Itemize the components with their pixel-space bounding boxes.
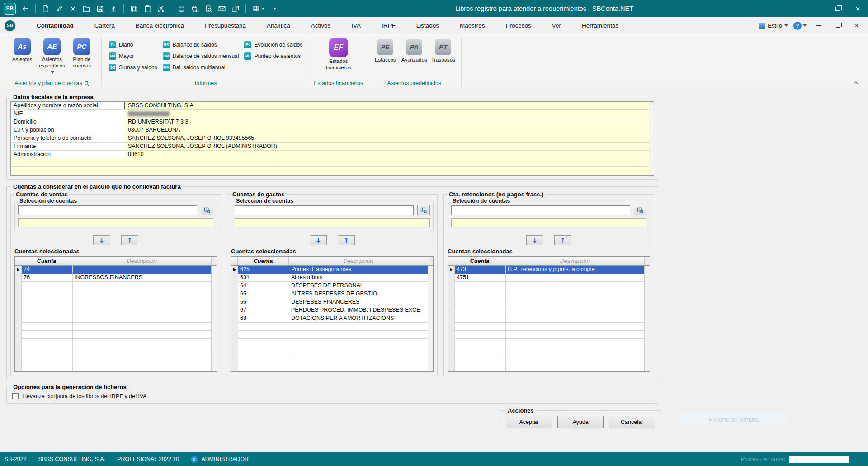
table-row[interactable]: 66 DESPESES FINANCERES — [231, 298, 433, 306]
menu-tab[interactable]: Presupuestaria — [194, 18, 256, 33]
fiscal-field-value[interactable]: RD UNIVERSITAT 7 3 3 — [125, 118, 654, 126]
help-menu[interactable] — [793, 22, 807, 30]
ribbon-button[interactable]: MA Bal. saldos multianual — [163, 62, 239, 73]
ribbon-big-button[interactable]: PA Avanzados — [401, 37, 428, 62]
move-down-button[interactable]: ↓ — [526, 235, 543, 245]
table-row[interactable]: 67 PÈRDUES PROCED. IMMOB. I DESPESES EXC… — [231, 306, 433, 314]
grid-scrollbar[interactable] — [211, 266, 217, 371]
menu-tab[interactable]: Contabilidad — [26, 18, 84, 33]
account-selection-input[interactable] — [451, 205, 630, 215]
account-selection-input[interactable] — [235, 205, 414, 215]
menu-tab[interactable]: Herramientas — [571, 18, 629, 33]
ribbon-big-button[interactable]: PC Plan de cuentas — [67, 37, 97, 70]
account-lookup-button[interactable] — [201, 205, 213, 215]
style-icon — [759, 23, 765, 29]
print-settings-icon[interactable] — [188, 3, 202, 15]
table-row[interactable]: 74 — [15, 266, 217, 274]
menu-tab[interactable]: Activos — [301, 18, 341, 33]
menu-tab[interactable]: Maestros — [449, 18, 495, 33]
fiscal-field-value[interactable]: SANCHEZ SOLSONA, JOSEP ORIOL (ADMINISTRA… — [125, 143, 654, 150]
help-button[interactable]: Ayuda — [557, 416, 604, 428]
account-selection-input[interactable] — [18, 205, 197, 215]
menu-tab[interactable]: Banca electrónica — [125, 18, 194, 33]
table-row[interactable]: 76 INGRESSOS FINANCERS — [15, 274, 217, 282]
grid-column-descripcion[interactable]: Descripción — [72, 257, 211, 265]
table-row[interactable]: 65 ALTRES DESPESES DE GESTIO — [231, 290, 433, 298]
menu-tab[interactable]: IVA — [341, 18, 371, 33]
upload-icon[interactable] — [107, 3, 120, 15]
account-lookup-button[interactable] — [634, 205, 646, 215]
grid-scrollbar[interactable] — [428, 266, 433, 371]
ribbon-big-button[interactable]: PT Traspasos — [429, 37, 457, 62]
copy-icon[interactable] — [127, 3, 141, 15]
fiscal-field-value[interactable]: 08007 BARCELONA — [125, 126, 654, 134]
move-down-button[interactable]: ↓ — [310, 235, 327, 245]
move-down-button[interactable]: ↓ — [93, 235, 110, 245]
table-row[interactable]: 68 DOTACIONS PER A AMORTITZACIONS — [231, 314, 433, 323]
ribbon-button[interactable]: Pu Punteo de asientos — [244, 50, 302, 62]
ribbon-button[interactable]: SS Sumas y saldos — [109, 62, 157, 73]
more-icon[interactable] — [268, 3, 282, 15]
restore-button[interactable] — [827, 0, 848, 17]
back-icon[interactable] — [19, 3, 32, 15]
menu-tab[interactable]: Listados — [406, 18, 449, 33]
table-row[interactable]: 631 Altres tributs — [231, 274, 433, 282]
ribbon-big-button[interactable]: PE Estáticos — [372, 37, 399, 62]
views-icon[interactable] — [249, 3, 268, 15]
irpf-iva-checkbox[interactable] — [12, 393, 19, 399]
ribbon-button[interactable]: Di Diario — [109, 39, 157, 50]
open-icon[interactable] — [80, 3, 93, 15]
table-row[interactable]: 64 DESPESES DE PERSONAL — [231, 282, 433, 290]
new-icon[interactable] — [39, 3, 52, 15]
move-up-button[interactable]: ↑ — [338, 235, 355, 245]
child-restore-button[interactable] — [831, 20, 844, 32]
close-button[interactable]: × — [848, 0, 868, 17]
child-close-button[interactable]: × — [850, 20, 863, 32]
grid-scrollbar[interactable] — [644, 266, 650, 371]
edit-icon[interactable] — [52, 3, 66, 15]
grid-column-cuenta[interactable]: Cuenta — [454, 257, 505, 265]
paste-icon[interactable] — [141, 3, 154, 15]
table-row[interactable]: 625 Primes d' assegurances — [231, 266, 433, 274]
ribbon-button[interactable]: Ev Evolución de saldos — [244, 39, 302, 50]
minimize-button[interactable] — [807, 0, 827, 17]
ribbon-big-button[interactable]: AE Asientos específicos — [37, 37, 67, 76]
grid-column-cuenta[interactable]: Cuenta — [21, 257, 72, 265]
fiscal-field-value[interactable] — [125, 110, 654, 118]
preview-icon[interactable] — [202, 3, 215, 15]
ribbon-button[interactable]: BM Balance de saldos mensual — [163, 50, 239, 62]
move-up-button[interactable]: ↑ — [554, 235, 571, 245]
table-row[interactable]: 4751 — [448, 274, 650, 282]
ribbon-button[interactable]: BS Balance de saldos — [163, 39, 239, 50]
fiscal-field-value[interactable]: SANCHEZ SOLSONA, JOSEP ORIOL 933485565 — [125, 134, 654, 142]
menu-tab[interactable]: Cartera — [84, 18, 125, 33]
menu-tab[interactable]: Ver — [542, 18, 571, 33]
account-lookup-button[interactable] — [417, 205, 430, 215]
fiscal-scrollbar[interactable] — [649, 102, 654, 175]
menu-tab[interactable]: IRPF — [371, 18, 406, 33]
print-icon[interactable] — [175, 3, 188, 15]
ribbon-big-button[interactable]: EF Estados financieros — [319, 37, 358, 71]
grid-column-descripcion[interactable]: Descripción — [289, 257, 428, 265]
export-icon[interactable] — [229, 3, 242, 15]
fiscal-field-value[interactable]: SBSS CONSULTING, S.A. — [125, 102, 654, 109]
cancel-button[interactable]: Cancelar — [609, 416, 655, 428]
child-minimize-button[interactable] — [812, 20, 826, 32]
accept-button[interactable]: Aceptar — [506, 416, 552, 428]
cut-icon[interactable] — [154, 3, 168, 15]
menu-tab[interactable]: Analítica — [256, 18, 301, 33]
menu-tab[interactable]: Procesos — [495, 18, 542, 33]
collapse-ribbon-icon[interactable] — [851, 79, 861, 87]
ribbon-big-button[interactable]: As Asientos — [7, 37, 37, 64]
move-up-button[interactable]: ↑ — [121, 235, 138, 245]
save-icon[interactable] — [93, 3, 107, 15]
grid-column-descripcion[interactable]: Descripción — [505, 257, 644, 265]
table-row[interactable]: 473 H.P., retencions y pgmts. a compte — [448, 266, 650, 274]
style-selector[interactable]: Estilo — [759, 22, 788, 29]
email-icon[interactable] — [215, 3, 229, 15]
ribbon-button[interactable]: Ma Mayor — [109, 50, 157, 62]
grid-column-cuenta[interactable]: Cuenta — [238, 257, 289, 265]
delete-icon[interactable] — [66, 3, 80, 15]
fiscal-field-value[interactable]: 08610 — [125, 151, 654, 159]
dialog-launcher-icon[interactable] — [85, 81, 90, 86]
